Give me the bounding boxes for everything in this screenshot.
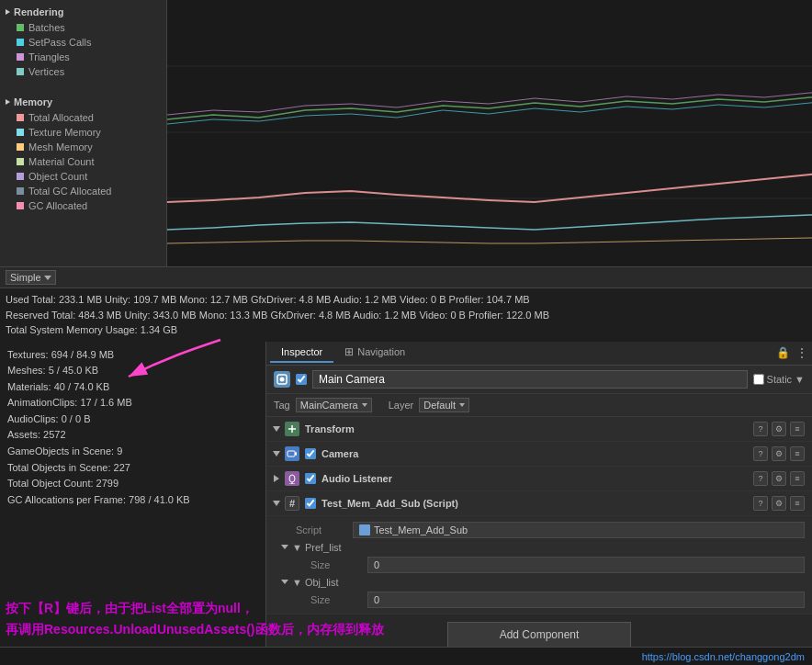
lock-icon[interactable]: 🔒 xyxy=(776,346,790,359)
setpass-color xyxy=(17,39,24,46)
script-icon: # xyxy=(285,496,299,511)
camera-active-checkbox[interactable] xyxy=(305,448,316,459)
dropdown-arrow-icon xyxy=(44,276,51,280)
mesh-memory-item[interactable]: Mesh Memory xyxy=(0,140,166,154)
stat-materials: Materials: 40 / 74.0 KB xyxy=(7,379,258,396)
more-options-icon[interactable]: ⋮ xyxy=(795,345,808,360)
gc-allocated-item[interactable]: GC Allocated xyxy=(0,198,166,213)
script-settings-btn[interactable]: ⚙ xyxy=(772,496,786,511)
script-name: Test_Mem_Add_Sub (Script) xyxy=(321,498,748,509)
camera-component-row[interactable]: Camera ? ⚙ ≡ xyxy=(266,442,812,467)
camera-settings-btn[interactable]: ⚙ xyxy=(772,446,786,461)
memory-header[interactable]: Memory xyxy=(0,94,166,110)
simple-bar: Simple xyxy=(0,266,812,288)
tag-label: Tag xyxy=(274,400,290,411)
tag-value: MainCamera xyxy=(300,400,358,411)
tab-inspector[interactable]: Inspector xyxy=(270,343,333,363)
graph-area xyxy=(167,0,812,266)
tab-navigation[interactable]: ⊞ Navigation xyxy=(333,342,416,364)
simple-dropdown[interactable]: Simple xyxy=(6,270,56,285)
static-label: Static xyxy=(767,374,793,385)
audio-expand-icon xyxy=(274,475,279,482)
pref-size-input[interactable] xyxy=(367,557,805,573)
obj-size-label: Size xyxy=(288,594,362,605)
object-active-checkbox[interactable] xyxy=(296,374,307,385)
tag-select[interactable]: MainCamera xyxy=(296,398,372,412)
profiler-graph xyxy=(167,0,812,266)
transform-icon xyxy=(285,422,299,436)
script-actions: ? ⚙ ≡ xyxy=(753,496,805,511)
object-count-label: Object Count xyxy=(28,171,87,182)
layer-select[interactable]: Default xyxy=(419,398,469,412)
script-file-icon xyxy=(359,524,370,535)
layer-label: Layer xyxy=(389,400,414,411)
audio-actions: ? ⚙ ≡ xyxy=(753,471,805,486)
camera-more-btn[interactable]: ≡ xyxy=(790,446,805,461)
script-active-checkbox[interactable] xyxy=(305,498,316,509)
setpass-item[interactable]: SetPass Calls xyxy=(0,35,166,50)
obj-size-row: Size xyxy=(274,590,805,610)
script-help-btn[interactable]: ? xyxy=(753,496,768,511)
transform-component-row[interactable]: Transform ? ⚙ ≡ xyxy=(266,417,812,442)
rendering-header[interactable]: Rendering xyxy=(0,4,166,20)
static-arrow-icon[interactable]: ▼ xyxy=(795,374,805,385)
camera-actions: ? ⚙ ≡ xyxy=(753,446,805,461)
mesh-memory-label: Mesh Memory xyxy=(28,141,93,152)
tag-layer-row: Tag MainCamera Layer Default xyxy=(266,394,812,417)
svg-rect-0 xyxy=(167,0,812,266)
audio-listener-row[interactable]: Audio Listener ? ⚙ ≡ xyxy=(266,467,812,491)
static-row: Static ▼ xyxy=(753,374,805,385)
static-checkbox[interactable] xyxy=(753,374,764,385)
material-count-label: Material Count xyxy=(28,156,95,167)
obj-list-header[interactable]: ▼ Obj_list xyxy=(274,575,805,590)
script-field-row: Script Test_Mem_Add_Sub xyxy=(274,520,805,540)
add-component-button[interactable]: Add Component xyxy=(447,622,631,648)
pref-list-label: ▼ Pref_list xyxy=(292,542,342,553)
inspector-content: Static ▼ Tag MainCamera Layer Default xyxy=(266,366,812,648)
script-section: Script Test_Mem_Add_Sub ▼ Pref_list Size xyxy=(266,516,812,614)
material-count-color xyxy=(17,158,24,165)
stats-area: Used Total: 233.1 MB Unity: 109.7 MB Mon… xyxy=(0,288,812,342)
transform-settings-btn[interactable]: ⚙ xyxy=(772,422,786,436)
batches-item[interactable]: Batches xyxy=(0,20,166,35)
script-more-btn[interactable]: ≡ xyxy=(790,496,805,511)
texture-memory-item[interactable]: Texture Memory xyxy=(0,125,166,140)
total-gc-color xyxy=(17,187,24,195)
audio-settings-btn[interactable]: ⚙ xyxy=(772,471,786,486)
obj-size-input[interactable] xyxy=(367,592,805,608)
script-field-value: Test_Mem_Add_Sub xyxy=(353,522,805,538)
audio-name: Audio Listener xyxy=(321,473,748,484)
transform-expand-icon xyxy=(273,426,280,432)
total-gc-allocated-item[interactable]: Total GC Allocated xyxy=(0,184,166,198)
transform-more-btn[interactable]: ≡ xyxy=(790,422,805,436)
audio-more-btn[interactable]: ≡ xyxy=(790,471,805,486)
total-allocated-item[interactable]: Total Allocated xyxy=(0,110,166,125)
obj-list-label: ▼ Obj_list xyxy=(292,577,339,588)
object-icon xyxy=(274,371,290,388)
pref-list-header[interactable]: ▼ Pref_list xyxy=(274,540,805,555)
left-stats-panel: Textures: 694 / 84.9 MB Meshes: 5 / 45.0… xyxy=(0,342,266,648)
object-name-input[interactable] xyxy=(312,370,748,389)
stat-total-objects: Total Objects in Scene: 227 xyxy=(7,460,258,477)
camera-help-btn[interactable]: ? xyxy=(753,446,768,461)
triangles-item[interactable]: Triangles xyxy=(0,50,166,64)
material-count-item[interactable]: Material Count xyxy=(0,154,166,169)
script-component-row[interactable]: # Test_Mem_Add_Sub (Script) ? ⚙ ≡ xyxy=(266,491,812,516)
left-categories-panel: Rendering Batches SetPass Calls Triangle… xyxy=(0,0,167,266)
audio-help-btn[interactable]: ? xyxy=(753,471,768,486)
obj-list-expand-icon xyxy=(281,580,288,584)
navigation-tab-label: Navigation xyxy=(357,346,405,357)
pref-size-row: Size xyxy=(274,555,805,575)
profiler-area: Rendering Batches SetPass Calls Triangle… xyxy=(0,0,812,266)
url-bar: https://blog.csdn.net/changgong2dm xyxy=(0,647,812,665)
object-count-item[interactable]: Object Count xyxy=(0,169,166,184)
gc-allocated-color xyxy=(17,202,24,209)
vertices-item[interactable]: Vertices xyxy=(0,64,166,79)
audio-active-checkbox[interactable] xyxy=(305,473,316,484)
url-text: https://blog.csdn.net/changgong2dm xyxy=(642,651,805,662)
layer-select-arrow-icon xyxy=(459,403,465,407)
transform-help-btn[interactable]: ? xyxy=(753,422,768,436)
simple-label: Simple xyxy=(10,272,41,283)
stat-gameobjects: GameObjects in Scene: 9 xyxy=(7,444,258,460)
svg-point-5 xyxy=(280,377,285,381)
